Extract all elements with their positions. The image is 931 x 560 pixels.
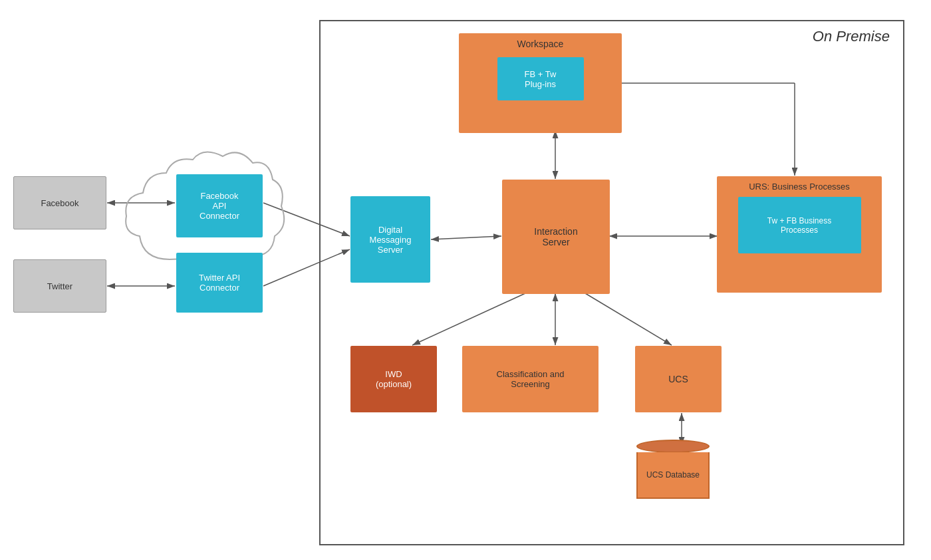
fb-api-connector-label: Facebook API Connector xyxy=(200,191,239,221)
workspace-node: Workspace FB + Tw Plug-ins xyxy=(459,33,622,133)
twitter-node: Twitter xyxy=(13,259,106,313)
on-premise-label: On Premise xyxy=(813,28,890,45)
diagram-container: On Premise xyxy=(0,0,931,560)
tw-fb-business-processes-node: Tw + FB Business Processes xyxy=(738,197,861,253)
workspace-label: Workspace xyxy=(517,39,564,49)
interaction-server-node: Interaction Server xyxy=(502,180,610,294)
urs-business-processes-node: URS: Business Processes Tw + FB Business… xyxy=(717,176,882,293)
iwd-node: IWD (optional) xyxy=(350,346,437,412)
fb-tw-plugins-node: FB + Tw Plug-ins xyxy=(497,57,584,100)
iwd-label: IWD (optional) xyxy=(376,369,412,389)
ucs-database-label: UCS Database xyxy=(646,470,700,480)
digital-messaging-server-label: Digital Messaging Server xyxy=(370,225,412,255)
tw-api-connector-node: Twitter API Connector xyxy=(176,253,263,313)
fb-api-connector-node: Facebook API Connector xyxy=(176,174,263,237)
ucs-database-node: UCS Database xyxy=(626,439,720,499)
interaction-server-label: Interaction Server xyxy=(534,226,577,247)
ucs-label: UCS xyxy=(668,374,688,384)
facebook-node: Facebook xyxy=(13,176,106,229)
twitter-label: Twitter xyxy=(47,281,72,291)
cylinder-top xyxy=(636,440,710,453)
ucs-node: UCS xyxy=(635,346,722,412)
cylinder-body: UCS Database xyxy=(636,452,710,499)
tw-fb-business-processes-label: Tw + FB Business Processes xyxy=(767,216,831,235)
digital-messaging-server-node: Digital Messaging Server xyxy=(350,196,430,283)
tw-api-connector-label: Twitter API Connector xyxy=(199,273,240,293)
fb-tw-plugins-label: FB + Tw Plug-ins xyxy=(525,69,557,89)
facebook-label: Facebook xyxy=(41,198,78,208)
classification-screening-node: Classification and Screening xyxy=(462,346,598,412)
urs-business-processes-label: URS: Business Processes xyxy=(749,182,850,192)
classification-screening-label: Classification and Screening xyxy=(497,369,565,389)
